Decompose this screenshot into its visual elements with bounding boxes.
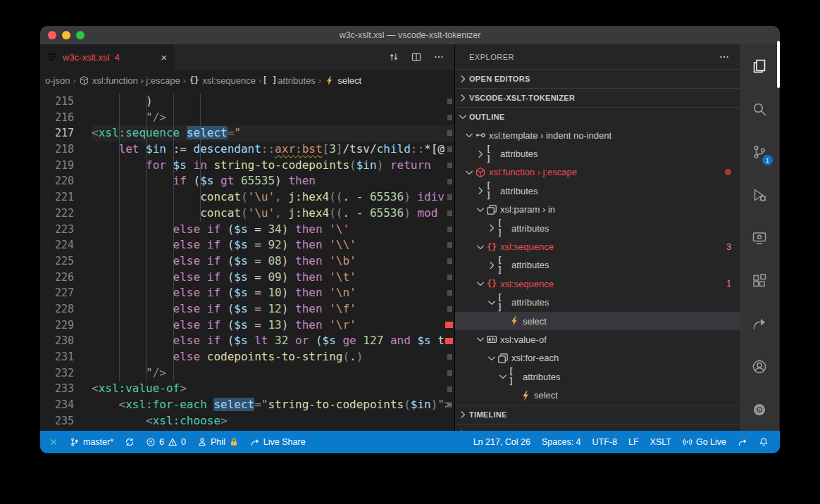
code-line[interactable]: concat('\u', j:hex4((. - 65536) mod: [92, 206, 454, 222]
outline-item[interactable]: [ ]attributes: [455, 144, 740, 163]
code-line[interactable]: else if ($s = 13) then '\r': [92, 317, 454, 334]
outline-item[interactable]: xsl:template › indent no-indent: [455, 126, 740, 144]
editor-gutter[interactable]: 2152162172182192202212222232242252262272…: [40, 91, 74, 431]
status-sync[interactable]: [119, 431, 140, 453]
activity-search[interactable]: [740, 87, 779, 130]
sidebar-section-npm-scripts[interactable]: NPM SCRIPTS: [455, 424, 740, 431]
activity-debug[interactable]: [740, 173, 779, 216]
line-number[interactable]: 235: [40, 413, 74, 429]
diff-icon[interactable]: [388, 51, 399, 63]
code-line[interactable]: if ($s gt 65535) then: [92, 173, 454, 189]
activity-scm[interactable]: 1: [740, 130, 779, 173]
line-number[interactable]: 225: [40, 253, 74, 270]
status-remote-indicator[interactable]: [43, 431, 64, 453]
line-number[interactable]: 226: [40, 270, 74, 286]
code-line[interactable]: else if ($s = 09) then '\t': [92, 270, 454, 286]
outline-item[interactable]: select: [455, 312, 740, 330]
line-number[interactable]: 232: [40, 365, 74, 382]
line-number[interactable]: 216: [40, 110, 74, 126]
outline-item[interactable]: [ ]attributes: [455, 182, 740, 200]
line-number[interactable]: 215: [40, 94, 74, 110]
status-eol[interactable]: LF: [623, 431, 645, 453]
activity-account[interactable]: [740, 345, 779, 388]
line-number[interactable]: 230: [40, 333, 74, 349]
status-encoding[interactable]: UTF-8: [587, 431, 623, 453]
minimize-window-button[interactable]: [62, 31, 70, 39]
sidebar-section-timeline[interactable]: TIMELINE: [455, 405, 740, 424]
status-git-branch[interactable]: master*: [64, 431, 119, 453]
code-line[interactable]: concat('\u', j:hex4((. - 65536) idiv: [92, 189, 454, 206]
line-number[interactable]: 220: [40, 173, 74, 189]
sidebar-section-vscode-xslt-tokenizer[interactable]: VSCODE-XSLT-TOKENIZER: [455, 88, 740, 107]
code-line[interactable]: <xsl:choose>: [92, 413, 454, 429]
outline-item[interactable]: [ ]attributes: [455, 256, 740, 275]
status-indentation[interactable]: Spaces: 4: [536, 431, 587, 453]
status-cursor-position[interactable]: Ln 217, Col 26: [468, 431, 536, 453]
more-actions-icon[interactable]: [719, 51, 730, 63]
breadcrumb-item[interactable]: xsl:function › j:escape: [79, 75, 180, 86]
titlebar[interactable]: w3c-xslt.xsl — vscode-xslt-tokenizer: [40, 26, 780, 44]
status-notifications[interactable]: [753, 431, 774, 453]
outline-item[interactable]: xsl:value-of: [455, 330, 740, 348]
activity-liveshare[interactable]: [740, 302, 779, 345]
activity-remote[interactable]: [740, 216, 779, 259]
code-line[interactable]: else if ($s = 92) then '\\': [92, 237, 454, 253]
code-line[interactable]: else if ($s = 12) then '\f': [92, 301, 454, 317]
sidebar-section-outline[interactable]: OUTLINE: [455, 107, 740, 126]
zoom-window-button[interactable]: [76, 31, 85, 39]
outline-item[interactable]: [ ]attributes: [455, 294, 740, 312]
code-line[interactable]: else if ($s lt 32 or ($s ge 127 and $s t: [92, 333, 454, 349]
sidebar-section-open-editors[interactable]: OPEN EDITORS: [455, 69, 740, 88]
outline-item[interactable]: xsl:for-each: [455, 349, 740, 367]
line-number[interactable]: 229: [40, 317, 74, 334]
status-problems[interactable]: 60: [140, 431, 192, 453]
outline-item[interactable]: {}xsl:sequence3: [455, 237, 740, 256]
outline-item[interactable]: select: [455, 386, 740, 404]
code-line[interactable]: <xsl:for-each select="string-to-codepoin…: [92, 397, 454, 413]
tab-close-icon[interactable]: ×: [161, 51, 167, 63]
status-live-share-user[interactable]: Phil: [192, 431, 244, 453]
breadcrumb-item[interactable]: o-json: [45, 75, 70, 86]
outline-item[interactable]: {}xsl:sequence1: [455, 275, 740, 293]
code-line[interactable]: ): [92, 94, 454, 110]
status-live-share[interactable]: Live Share: [244, 431, 311, 453]
line-number[interactable]: 231: [40, 349, 74, 365]
line-number[interactable]: 224: [40, 237, 74, 253]
line-number[interactable]: 223: [40, 222, 74, 238]
breadcrumb-item[interactable]: [ ]attributes: [264, 75, 315, 86]
split-icon[interactable]: [411, 51, 422, 63]
line-number[interactable]: 217: [40, 125, 74, 141]
more-icon[interactable]: [433, 51, 445, 63]
close-window-button[interactable]: [48, 31, 56, 39]
code-line[interactable]: for $s in string-to-codepoints($in) retu…: [92, 158, 454, 174]
activity-explorer[interactable]: [740, 44, 779, 87]
code-line[interactable]: <xsl:value-of>: [92, 381, 454, 397]
activity-extensions[interactable]: [740, 259, 779, 302]
tab-w3c-xslt[interactable]: w3c-xslt.xsl 4 ×: [40, 44, 174, 70]
breadcrumb-item[interactable]: select: [324, 75, 361, 86]
line-number[interactable]: 221: [40, 189, 74, 206]
outline-item[interactable]: xsl:param › in: [455, 201, 740, 219]
code-line[interactable]: let $in := descendant::axr:bst[3]/tsv/ch…: [92, 141, 454, 158]
line-number[interactable]: 218: [40, 141, 74, 158]
activity-settings[interactable]: [740, 388, 779, 431]
outline-item[interactable]: xsl:function › j:escape: [455, 163, 740, 182]
line-number[interactable]: 227: [40, 285, 74, 301]
code-line[interactable]: else codepoints-to-string(.): [92, 349, 454, 365]
line-number[interactable]: 234: [40, 397, 74, 413]
outline-item[interactable]: [ ]attributes: [455, 219, 740, 237]
code-line[interactable]: else if ($s = 10) then '\n': [92, 285, 454, 301]
outline-item[interactable]: [ ]attributes: [455, 367, 740, 386]
breadcrumb-item[interactable]: {}xsl:sequence: [189, 75, 256, 86]
status-go-live[interactable]: Go Live: [677, 431, 732, 453]
overview-ruler[interactable]: [445, 91, 454, 431]
code-line[interactable]: "/>: [92, 365, 454, 382]
line-number[interactable]: 219: [40, 158, 74, 174]
status-language-mode[interactable]: XSLT: [645, 431, 677, 453]
code-line[interactable]: else if ($s = 08) then '\b': [92, 253, 454, 270]
status-live-share-session[interactable]: [732, 431, 753, 453]
code-line[interactable]: <xsl:sequence select=": [92, 125, 454, 141]
line-number[interactable]: 233: [40, 381, 74, 397]
line-number[interactable]: 228: [40, 301, 74, 317]
code-editor[interactable]: 2152162172182192202212222232242252262272…: [40, 91, 454, 431]
